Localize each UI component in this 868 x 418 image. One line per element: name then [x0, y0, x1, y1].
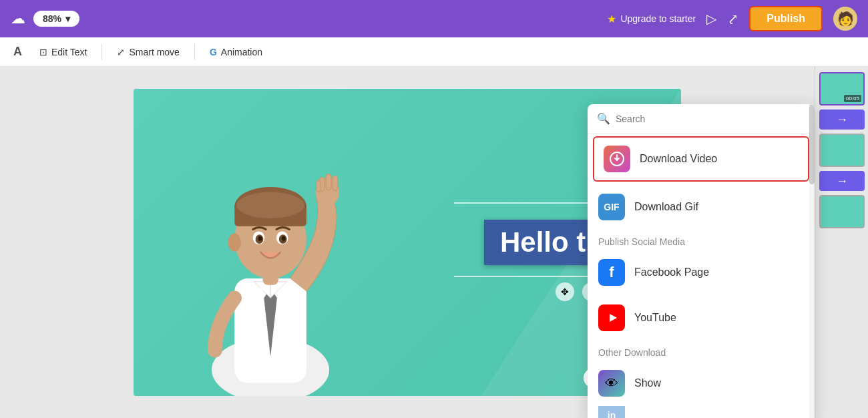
edit-text-label: Edit Text — [51, 47, 87, 57]
header-right: ★ Upgrade to starter ▷ ⤤ Publish 🧑 — [607, 6, 857, 31]
social-section-label: Publish Social Media — [588, 230, 815, 250]
download-gif-label: Download Gif — [634, 201, 698, 213]
add-icon-2: → — [836, 174, 848, 188]
edit-text-icon: ⊡ — [39, 47, 47, 57]
svg-rect-21 — [333, 176, 338, 191]
smart-move-button[interactable]: ⤢ Smart move — [109, 43, 187, 61]
header-left: ☁ 88% ▾ — [11, 10, 79, 27]
text-tool-a[interactable]: A — [8, 42, 27, 61]
share-icon[interactable]: ⤤ — [727, 11, 738, 27]
svg-point-10 — [236, 192, 304, 218]
youtube-icon — [598, 304, 625, 331]
toolbar-separator-2 — [194, 44, 195, 60]
dropdown-scrollbar[interactable] — [809, 104, 815, 418]
toolbar: A ⊡ Edit Text ⤢ Smart move G Animation — [0, 37, 868, 67]
right-sidebar: 00:05 → → — [815, 67, 868, 418]
search-icon: 🔍 — [597, 112, 610, 125]
app-header: ☁ 88% ▾ ★ Upgrade to starter ▷ ⤤ Publish… — [0, 0, 868, 37]
add-slide-button-1[interactable]: → — [819, 110, 865, 130]
linkedin-icon: in — [598, 406, 625, 418]
move-icon[interactable]: ✥ — [556, 282, 574, 301]
svg-rect-23 — [251, 288, 264, 298]
animation-button[interactable]: G Animation — [202, 43, 270, 61]
svg-point-15 — [258, 236, 262, 241]
other-section-label: Other Download — [588, 341, 815, 361]
download-video-label: Download Video — [640, 153, 717, 165]
svg-rect-22 — [316, 180, 321, 192]
zoom-chevron-icon: ▾ — [65, 13, 70, 24]
download-video-icon — [604, 146, 630, 172]
character-illustration — [147, 95, 401, 396]
linkedin-item[interactable]: in — [588, 406, 815, 418]
cloud-icon[interactable]: ☁ — [11, 10, 25, 27]
add-icon-1: → — [836, 113, 848, 127]
svg-point-17 — [228, 233, 242, 251]
svg-rect-20 — [326, 174, 331, 190]
animation-label: Animation — [221, 47, 262, 57]
svg-point-16 — [282, 236, 286, 241]
publish-button[interactable]: Publish — [749, 6, 823, 31]
upgrade-label: Upgrade to starter — [620, 13, 696, 24]
main-area: Hello there ✥ ↻ 🎬 Animaker 00:05 → — [0, 67, 868, 418]
smart-move-icon: ⤢ — [117, 47, 125, 57]
svg-marker-25 — [610, 314, 617, 322]
scrollbar-thumb[interactable] — [809, 104, 815, 184]
download-gif-item[interactable]: GIF Download Gif — [588, 184, 815, 230]
youtube-label: YouTube — [634, 312, 676, 324]
animation-icon: G — [210, 47, 217, 57]
youtube-item[interactable]: YouTube — [588, 295, 815, 341]
play-icon[interactable]: ▷ — [706, 11, 716, 27]
avatar[interactable]: 🧑 — [833, 7, 857, 31]
download-video-item[interactable]: Download Video — [593, 136, 809, 182]
star-icon: ★ — [607, 13, 616, 25]
facebook-label: Facebook Page — [634, 266, 709, 278]
facebook-icon: f — [598, 259, 625, 286]
slide-thumbnail-2[interactable] — [819, 134, 865, 167]
smart-move-label: Smart move — [129, 47, 179, 57]
show-label: Show — [634, 377, 661, 389]
edit-text-button[interactable]: ⊡ Edit Text — [31, 43, 95, 61]
show-icon: 👁 — [598, 370, 625, 397]
thumb-time-1: 00:05 — [844, 95, 861, 102]
dropdown-search-area[interactable]: 🔍 — [588, 104, 815, 134]
publish-dropdown: 🔍 Download Video GIF Download Gif Publis… — [588, 104, 815, 418]
add-slide-button-2[interactable]: → — [819, 171, 865, 191]
upgrade-button[interactable]: ★ Upgrade to starter — [607, 13, 696, 25]
search-input[interactable] — [616, 114, 805, 124]
zoom-control[interactable]: 88% ▾ — [33, 11, 79, 27]
download-gif-icon: GIF — [598, 194, 625, 220]
zoom-value: 88% — [43, 13, 61, 24]
slide-thumbnail-1[interactable]: 00:05 — [819, 72, 865, 106]
show-item[interactable]: 👁 Show — [588, 361, 815, 406]
facebook-item[interactable]: f Facebook Page — [588, 250, 815, 295]
toolbar-separator — [101, 44, 102, 60]
slide-thumbnail-3[interactable] — [819, 195, 865, 228]
